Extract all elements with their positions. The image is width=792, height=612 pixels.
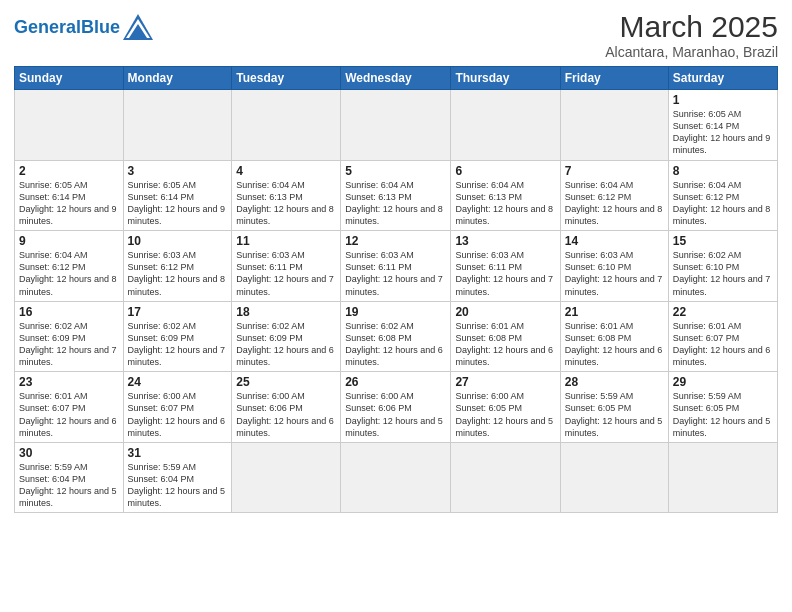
table-row: 28Sunrise: 5:59 AM Sunset: 6:05 PM Dayli… [560,372,668,443]
day-number: 29 [673,375,773,389]
table-row [560,90,668,161]
day-number: 23 [19,375,119,389]
table-row [232,442,341,513]
table-row: 6Sunrise: 6:04 AM Sunset: 6:13 PM Daylig… [451,160,560,231]
table-row [668,442,777,513]
day-info: Sunrise: 6:03 AM Sunset: 6:11 PM Dayligh… [345,249,446,298]
table-row: 19Sunrise: 6:02 AM Sunset: 6:08 PM Dayli… [341,301,451,372]
table-row: 26Sunrise: 6:00 AM Sunset: 6:06 PM Dayli… [341,372,451,443]
day-info: Sunrise: 6:04 AM Sunset: 6:13 PM Dayligh… [455,179,555,228]
day-number: 5 [345,164,446,178]
day-number: 25 [236,375,336,389]
calendar-week-row: 2Sunrise: 6:05 AM Sunset: 6:14 PM Daylig… [15,160,778,231]
col-monday: Monday [123,67,232,90]
day-info: Sunrise: 6:05 AM Sunset: 6:14 PM Dayligh… [19,179,119,228]
table-row: 5Sunrise: 6:04 AM Sunset: 6:13 PM Daylig… [341,160,451,231]
table-row: 30Sunrise: 5:59 AM Sunset: 6:04 PM Dayli… [15,442,124,513]
day-number: 28 [565,375,664,389]
col-wednesday: Wednesday [341,67,451,90]
day-number: 11 [236,234,336,248]
table-row [15,90,124,161]
col-thursday: Thursday [451,67,560,90]
table-row: 31Sunrise: 5:59 AM Sunset: 6:04 PM Dayli… [123,442,232,513]
calendar-week-row: 9Sunrise: 6:04 AM Sunset: 6:12 PM Daylig… [15,231,778,302]
table-row: 2Sunrise: 6:05 AM Sunset: 6:14 PM Daylig… [15,160,124,231]
day-number: 8 [673,164,773,178]
month-year: March 2025 [605,10,778,44]
day-number: 17 [128,305,228,319]
day-info: Sunrise: 5:59 AM Sunset: 6:04 PM Dayligh… [128,461,228,510]
table-row: 10Sunrise: 6:03 AM Sunset: 6:12 PM Dayli… [123,231,232,302]
day-info: Sunrise: 5:59 AM Sunset: 6:04 PM Dayligh… [19,461,119,510]
day-number: 18 [236,305,336,319]
col-sunday: Sunday [15,67,124,90]
day-info: Sunrise: 6:02 AM Sunset: 6:10 PM Dayligh… [673,249,773,298]
table-row: 22Sunrise: 6:01 AM Sunset: 6:07 PM Dayli… [668,301,777,372]
table-row [341,442,451,513]
day-number: 30 [19,446,119,460]
calendar-week-row: 16Sunrise: 6:02 AM Sunset: 6:09 PM Dayli… [15,301,778,372]
day-info: Sunrise: 6:03 AM Sunset: 6:11 PM Dayligh… [236,249,336,298]
table-row [451,90,560,161]
day-info: Sunrise: 6:01 AM Sunset: 6:08 PM Dayligh… [565,320,664,369]
day-number: 14 [565,234,664,248]
calendar-week-row: 30Sunrise: 5:59 AM Sunset: 6:04 PM Dayli… [15,442,778,513]
day-info: Sunrise: 6:00 AM Sunset: 6:06 PM Dayligh… [345,390,446,439]
day-info: Sunrise: 6:02 AM Sunset: 6:08 PM Dayligh… [345,320,446,369]
title-block: March 2025 Alcantara, Maranhao, Brazil [605,10,778,60]
day-info: Sunrise: 6:04 AM Sunset: 6:12 PM Dayligh… [673,179,773,228]
day-info: Sunrise: 6:01 AM Sunset: 6:08 PM Dayligh… [455,320,555,369]
day-info: Sunrise: 6:04 AM Sunset: 6:12 PM Dayligh… [19,249,119,298]
day-number: 21 [565,305,664,319]
page: GeneralBlue March 2025 Alcantara, Maranh… [0,0,792,612]
day-info: Sunrise: 6:01 AM Sunset: 6:07 PM Dayligh… [673,320,773,369]
day-info: Sunrise: 6:04 AM Sunset: 6:13 PM Dayligh… [236,179,336,228]
day-info: Sunrise: 6:05 AM Sunset: 6:14 PM Dayligh… [128,179,228,228]
table-row [341,90,451,161]
logo-blue: Blue [81,17,120,37]
table-row: 9Sunrise: 6:04 AM Sunset: 6:12 PM Daylig… [15,231,124,302]
table-row: 11Sunrise: 6:03 AM Sunset: 6:11 PM Dayli… [232,231,341,302]
day-info: Sunrise: 6:02 AM Sunset: 6:09 PM Dayligh… [128,320,228,369]
logo-text: GeneralBlue [14,18,120,36]
table-row: 21Sunrise: 6:01 AM Sunset: 6:08 PM Dayli… [560,301,668,372]
day-info: Sunrise: 6:00 AM Sunset: 6:06 PM Dayligh… [236,390,336,439]
table-row: 3Sunrise: 6:05 AM Sunset: 6:14 PM Daylig… [123,160,232,231]
logo-icon [123,14,153,40]
day-number: 6 [455,164,555,178]
table-row [560,442,668,513]
table-row [232,90,341,161]
day-number: 19 [345,305,446,319]
day-number: 16 [19,305,119,319]
table-row [451,442,560,513]
table-row: 12Sunrise: 6:03 AM Sunset: 6:11 PM Dayli… [341,231,451,302]
day-number: 10 [128,234,228,248]
logo-general: General [14,17,81,37]
day-info: Sunrise: 6:04 AM Sunset: 6:13 PM Dayligh… [345,179,446,228]
day-info: Sunrise: 6:05 AM Sunset: 6:14 PM Dayligh… [673,108,773,157]
location: Alcantara, Maranhao, Brazil [605,44,778,60]
col-saturday: Saturday [668,67,777,90]
calendar-week-row: 23Sunrise: 6:01 AM Sunset: 6:07 PM Dayli… [15,372,778,443]
day-number: 31 [128,446,228,460]
day-info: Sunrise: 5:59 AM Sunset: 6:05 PM Dayligh… [565,390,664,439]
table-row: 29Sunrise: 5:59 AM Sunset: 6:05 PM Dayli… [668,372,777,443]
day-number: 12 [345,234,446,248]
table-row: 13Sunrise: 6:03 AM Sunset: 6:11 PM Dayli… [451,231,560,302]
day-info: Sunrise: 6:03 AM Sunset: 6:10 PM Dayligh… [565,249,664,298]
logo: GeneralBlue [14,14,153,40]
table-row: 7Sunrise: 6:04 AM Sunset: 6:12 PM Daylig… [560,160,668,231]
day-number: 24 [128,375,228,389]
day-number: 9 [19,234,119,248]
table-row: 23Sunrise: 6:01 AM Sunset: 6:07 PM Dayli… [15,372,124,443]
col-tuesday: Tuesday [232,67,341,90]
table-row: 25Sunrise: 6:00 AM Sunset: 6:06 PM Dayli… [232,372,341,443]
table-row: 20Sunrise: 6:01 AM Sunset: 6:08 PM Dayli… [451,301,560,372]
table-row: 24Sunrise: 6:00 AM Sunset: 6:07 PM Dayli… [123,372,232,443]
header: GeneralBlue March 2025 Alcantara, Maranh… [14,10,778,60]
day-number: 4 [236,164,336,178]
table-row: 17Sunrise: 6:02 AM Sunset: 6:09 PM Dayli… [123,301,232,372]
day-number: 2 [19,164,119,178]
day-number: 15 [673,234,773,248]
table-row: 18Sunrise: 6:02 AM Sunset: 6:09 PM Dayli… [232,301,341,372]
